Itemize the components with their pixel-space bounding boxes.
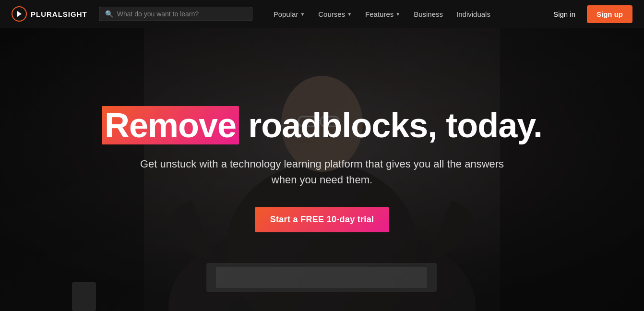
logo-text: PLURALSIGHT: [31, 10, 87, 18]
sign-up-button[interactable]: Sign up: [587, 5, 632, 23]
svg-marker-13: [17, 11, 22, 17]
navbar: PLURALSIGHT 🔍 Popular ▼ Courses ▼ Featur…: [0, 0, 644, 28]
hero-title-highlight: Remove: [102, 106, 239, 144]
logo[interactable]: PLURALSIGHT: [12, 6, 87, 22]
nav-links: Popular ▼ Courses ▼ Features ▼ Business …: [268, 6, 496, 22]
hero-cta-button[interactable]: Start a FREE 10-day trial: [255, 207, 390, 232]
hero-section: PLURALSIGHT 🔍 Popular ▼ Courses ▼ Featur…: [0, 0, 644, 311]
search-icon: 🔍: [105, 10, 113, 18]
nav-item-business[interactable]: Business: [408, 6, 449, 22]
search-input[interactable]: [117, 10, 246, 18]
nav-item-courses[interactable]: Courses ▼: [312, 6, 358, 22]
nav-item-individuals[interactable]: Individuals: [451, 6, 496, 22]
hero-content: Remove roadblocks, today. Get unstuck wi…: [0, 28, 644, 311]
chevron-down-icon: ▼: [347, 12, 352, 17]
sign-in-link[interactable]: Sign in: [548, 6, 581, 22]
hero-title: Remove roadblocks, today.: [102, 107, 542, 144]
search-bar[interactable]: 🔍: [99, 7, 252, 21]
nav-item-popular[interactable]: Popular ▼: [268, 6, 311, 22]
chevron-down-icon: ▼: [395, 12, 400, 17]
chevron-down-icon: ▼: [300, 12, 305, 17]
hero-subtitle: Get unstuck with a technology learning p…: [140, 156, 504, 188]
nav-item-features[interactable]: Features ▼: [359, 6, 406, 22]
nav-right: Sign in Sign up: [548, 5, 632, 23]
hero-title-rest: roadblocks, today.: [239, 106, 542, 144]
logo-icon: [12, 6, 27, 22]
